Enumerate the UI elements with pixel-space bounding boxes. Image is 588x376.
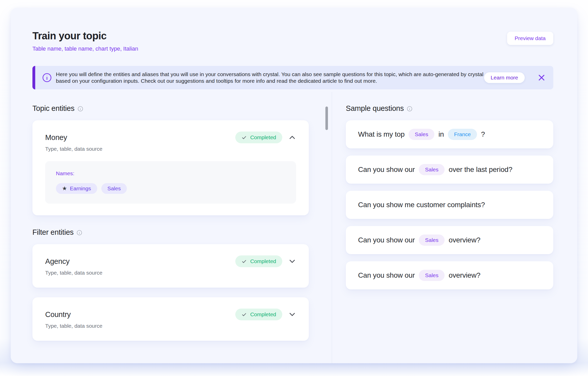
question-card[interactable]: Can you show our Sales overview? [346,226,553,254]
question-text: Can you show our [358,271,415,279]
banner-accent-bar [32,66,35,89]
entity-chip-sales[interactable]: Sales [419,270,445,281]
status-label: Completed [250,134,276,140]
question-text: Can you show our [358,236,415,244]
check-icon [241,135,247,140]
check-icon [241,259,247,264]
name-chip-label: Sales [107,185,121,192]
entity-chip-sales[interactable]: Sales [419,164,445,175]
banner-text: Here you will define the entities and al… [56,71,490,84]
question-text: overview? [449,271,480,279]
status-badge: Completed [235,132,282,143]
question-text: Can you show me customer complaints? [358,201,485,209]
name-chip-label: Earnings [70,185,91,192]
preview-data-button[interactable]: Preview data [507,32,553,45]
status-badge: Completed [235,309,282,320]
sample-questions-column: Sample questions What is my top Sales in… [346,104,553,297]
topic-entities-heading: Topic entities [32,104,309,113]
names-label: Names: [56,170,285,177]
info-icon[interactable] [77,230,82,236]
entities-column: Topic entities Money Completed [32,104,309,350]
question-card[interactable]: What is my top Sales in France ? [346,120,553,148]
entity-title: Money [45,133,67,142]
close-icon[interactable] [537,74,546,82]
status-badge: Completed [235,255,282,267]
question-card[interactable]: Can you show me customer complaints? [346,191,553,219]
entity-card-country: Country Completed Type, table, data sour… [32,297,309,341]
entity-subtitle: Type, table, data source [45,270,296,276]
question-text: What is my top [358,130,405,138]
entity-title: Agency [45,257,70,266]
train-topic-panel: Train your topic Table name, table name,… [11,8,577,363]
section-title: Topic entities [32,104,75,113]
name-chip-sales[interactable]: Sales [101,183,127,194]
info-icon[interactable] [407,106,412,112]
chevron-down-icon[interactable] [288,311,296,318]
section-title: Filter entities [32,228,74,237]
question-card[interactable]: Can you show our Sales overview? [346,261,553,289]
check-icon [241,312,247,317]
question-card[interactable]: Can you show our Sales over the last per… [346,156,553,184]
question-text: Can you show our [358,166,415,174]
page-header: Train your topic Table name, table name,… [32,30,138,52]
entity-card-agency: Agency Completed Type, table, data sourc… [32,244,309,288]
question-text: ? [481,130,485,138]
question-text: overview? [449,236,480,244]
info-icon[interactable] [78,106,83,112]
page-title: Train your topic [32,30,138,42]
info-circle-icon [42,73,52,83]
question-text: in [438,130,444,138]
entity-card-money: Money Completed Type, table, data source… [32,120,309,215]
status-label: Completed [250,311,276,318]
chevron-up-icon[interactable] [288,134,296,141]
status-label: Completed [250,258,276,264]
star-icon: ★ [62,186,67,191]
page-subtitle: Table name, table name, chart type, Ital… [32,45,138,52]
learn-more-button[interactable]: Learn more [484,72,525,83]
entity-subtitle: Type, table, data source [45,146,296,152]
names-panel: Names: ★ Earnings Sales [45,161,296,204]
column-divider [332,92,332,363]
chevron-down-icon[interactable] [288,257,296,265]
filter-entities-heading: Filter entities [32,228,309,237]
entity-chip-sales[interactable]: Sales [419,234,445,246]
question-text: over the last period? [449,166,512,174]
entity-chip-france[interactable]: France [448,129,477,140]
scrollbar-thumb[interactable] [325,107,328,130]
entity-title: Country [45,310,71,319]
entity-subtitle: Type, table, data source [45,323,296,329]
info-banner: Here you will define the entities and al… [32,66,553,89]
name-chip-earnings[interactable]: ★ Earnings [56,183,97,194]
section-title: Sample questions [346,104,404,113]
entity-chip-sales[interactable]: Sales [409,129,434,140]
sample-questions-heading: Sample questions [346,104,553,113]
